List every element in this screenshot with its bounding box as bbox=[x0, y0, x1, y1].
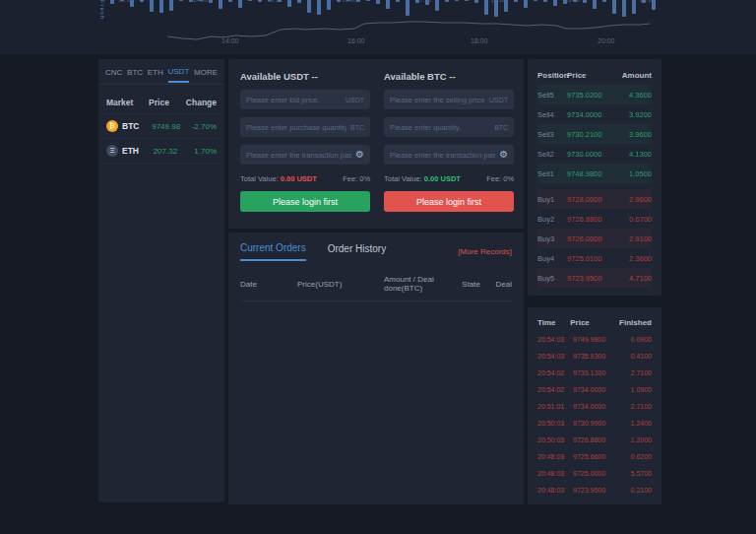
volume-bar bbox=[258, 0, 262, 2]
orderbook-position: Sell5 bbox=[537, 91, 567, 100]
trade-row: 20:50:039730.99001.2400 bbox=[537, 415, 652, 432]
sell-total-value: 0.00 USDT bbox=[424, 174, 461, 183]
market-tab-more[interactable]: MORE bbox=[194, 62, 218, 82]
orderbook-position: Sell4 bbox=[537, 110, 567, 119]
market-tab-cnc[interactable]: CNC bbox=[105, 62, 122, 82]
market-tab-usdt[interactable]: USDT bbox=[168, 61, 190, 83]
orderbook-buy-row[interactable]: Buy39726.00002.9100 bbox=[537, 229, 652, 248]
trades-col-time: Time bbox=[537, 318, 570, 327]
volume-bar bbox=[465, 0, 469, 1]
orderbook-panel: Position Price Amount Sell59735.02004.36… bbox=[528, 59, 662, 296]
trade-price: 9726.8800 bbox=[573, 436, 626, 443]
trades-header: Time Price Finished bbox=[537, 313, 652, 331]
volume-bar bbox=[583, 0, 587, 3]
orderbook-buy-row[interactable]: Buy29726.88000.6700 bbox=[537, 209, 652, 229]
market-row[interactable]: ₿BTC9749.98-2.70% bbox=[98, 114, 224, 139]
volume-bar bbox=[120, 0, 124, 1]
orderbook-price: 9726.0000 bbox=[567, 234, 618, 243]
sell-password-input[interactable] bbox=[390, 151, 495, 160]
orders-col-date: Date bbox=[240, 280, 297, 289]
volume-bar bbox=[189, 0, 193, 2]
orderbook-price: 9734.0000 bbox=[567, 110, 618, 119]
orderbook-sell-row[interactable]: Sell39730.21003.9600 bbox=[537, 124, 652, 144]
trade-row: 20:54:029735.13002.7100 bbox=[537, 365, 652, 381]
volume-bar bbox=[209, 0, 213, 3]
trade-row: 20:50:039726.88001.2000 bbox=[537, 432, 652, 448]
volume-bar bbox=[179, 0, 183, 1]
orderbook-sell-row[interactable]: Sell29730.00004.1300 bbox=[537, 144, 652, 164]
orders-table-header: Date Price(USDT) Amount / Deal done(BTC)… bbox=[240, 275, 512, 301]
orderbook-col-price: Price bbox=[567, 71, 618, 80]
volume-bar bbox=[268, 0, 272, 1]
orderbook-amount: 4.1300 bbox=[629, 150, 652, 159]
trade-row: 20:48:039723.95000.2100 bbox=[537, 482, 652, 499]
volume-bar bbox=[445, 0, 449, 2]
market-row[interactable]: ΞETH207.321.70% bbox=[98, 139, 224, 164]
orderbook-buy-row[interactable]: Buy19728.00002.9600 bbox=[537, 189, 652, 209]
sell-quantity-input[interactable] bbox=[390, 123, 490, 132]
market-tabs: CNC BTC ETH USDT MORE bbox=[98, 59, 224, 85]
orderbook-sell-row[interactable]: Sell59735.02004.3600 bbox=[537, 85, 652, 104]
chart-time-label: 18:00 bbox=[471, 37, 488, 44]
bid-price-field: USDT bbox=[240, 90, 370, 109]
available-btc-label: Available BTC -- bbox=[384, 71, 514, 82]
market-change: -2.70% bbox=[192, 122, 217, 131]
market-price: 207.32 bbox=[154, 147, 195, 156]
sell-login-button[interactable]: Please login first bbox=[384, 191, 514, 212]
trade-time: 20:51:01 bbox=[537, 403, 573, 410]
trade-time: 20:48:03 bbox=[537, 470, 573, 477]
market-tab-btc[interactable]: BTC bbox=[127, 62, 143, 82]
buy-password-field: ⚙ bbox=[240, 145, 370, 165]
volume-bar bbox=[366, 0, 370, 1]
volume-bar bbox=[248, 0, 252, 1]
volume-bar bbox=[376, 0, 380, 4]
volume-bar bbox=[534, 0, 537, 1]
buy-login-button[interactable]: Please login first bbox=[240, 191, 370, 212]
market-list: ₿BTC9749.98-2.70%ΞETH207.321.70% bbox=[98, 114, 224, 164]
trade-finished: 0.2100 bbox=[631, 487, 652, 494]
orderbook-amount: 2.3600 bbox=[629, 254, 652, 263]
buy-quantity-input[interactable] bbox=[246, 123, 346, 132]
trade-finished: 0.4100 bbox=[631, 353, 652, 360]
orderbook-col-position: Position bbox=[537, 71, 567, 80]
market-panel: CNC BTC ETH USDT MORE Market Price Chang… bbox=[98, 59, 224, 502]
volume-bar bbox=[425, 0, 429, 5]
buy-form: Available USDT -- USDT BTC ⚙ Total Value… bbox=[240, 69, 370, 219]
trade-time: 20:48:03 bbox=[537, 487, 573, 494]
tab-current-orders[interactable]: Current Orders bbox=[240, 242, 306, 261]
market-symbol: BTC bbox=[122, 121, 139, 131]
trades-panel: Time Price Finished 20:54:039749.98000.0… bbox=[528, 307, 662, 504]
gear-icon[interactable]: ⚙ bbox=[499, 150, 508, 160]
gear-icon[interactable]: ⚙ bbox=[355, 150, 364, 160]
bid-price-input[interactable] bbox=[246, 96, 342, 104]
tab-order-history[interactable]: Order History bbox=[328, 243, 386, 260]
orderbook-amount: 4.3600 bbox=[629, 91, 652, 100]
ask-price-input[interactable] bbox=[390, 96, 485, 104]
orderbook-price: 9725.0100 bbox=[567, 254, 618, 263]
more-records-link[interactable]: [More Records] bbox=[458, 247, 512, 256]
orderbook-price: 9748.9800 bbox=[567, 169, 618, 178]
sell-quantity-field: BTC bbox=[384, 117, 514, 137]
trading-app: Fresh 13:3014:3015:3016:3017:3018:3019:3… bbox=[0, 0, 756, 534]
ask-price-field: USDT bbox=[384, 90, 514, 109]
orderbook-sell-row[interactable]: Sell49734.00003.9200 bbox=[537, 104, 652, 124]
orderbook-buy-row[interactable]: Buy59723.95004.7100 bbox=[537, 268, 652, 288]
orderbook-sell-row[interactable]: Sell19748.98001.0500 bbox=[537, 164, 652, 183]
market-tab-eth[interactable]: ETH bbox=[148, 62, 163, 82]
trade-price: 9730.9900 bbox=[573, 420, 626, 427]
trade-row: 20:48:039725.00005.5700 bbox=[537, 465, 652, 482]
buy-totals-row: Total Value: 0.00 USDT Fee: 0% bbox=[240, 174, 370, 183]
volume-bar bbox=[337, 0, 341, 2]
buy-password-input[interactable] bbox=[246, 151, 351, 160]
orderbook-position: Buy5 bbox=[537, 274, 567, 283]
orderbook-position: Buy4 bbox=[537, 254, 567, 263]
trade-time: 20:50:03 bbox=[537, 420, 573, 427]
orderbook-buy-row[interactable]: Buy49725.01002.3600 bbox=[537, 248, 652, 268]
eth-icon: Ξ bbox=[106, 145, 118, 157]
btc-icon: ₿ bbox=[106, 120, 118, 132]
market-col-price: Price bbox=[149, 98, 186, 107]
volume-bar bbox=[514, 0, 518, 2]
volume-bar bbox=[553, 0, 557, 6]
chart-watermark: Fresh bbox=[99, 0, 105, 20]
trade-finished: 1.2400 bbox=[631, 420, 652, 427]
